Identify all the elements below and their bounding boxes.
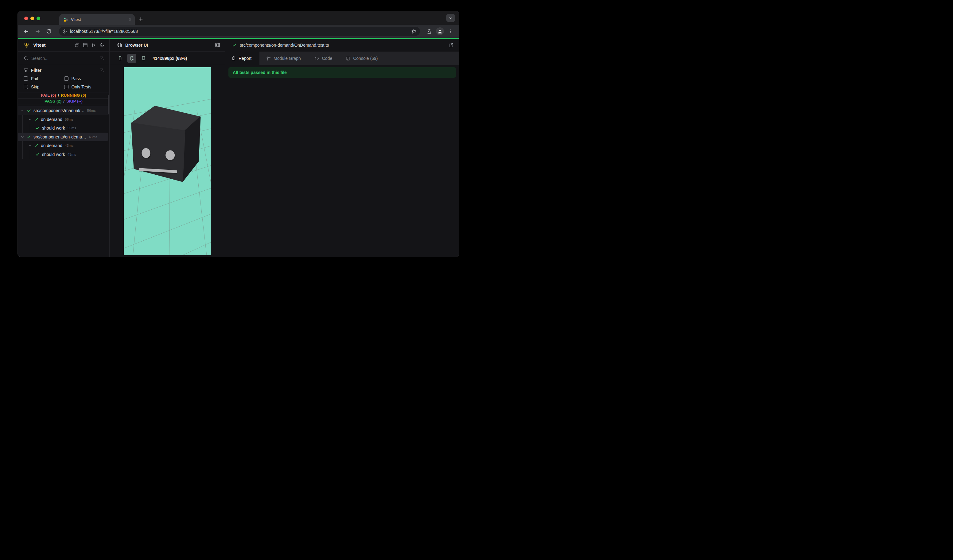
file-pass-check-icon xyxy=(232,43,237,48)
run-all-play-icon[interactable] xyxy=(91,43,96,48)
chevron-down-icon[interactable] xyxy=(28,144,32,147)
pass-check-icon xyxy=(27,109,31,113)
tab-strip: Vitest xyxy=(18,11,459,25)
pass-check-icon xyxy=(35,152,40,157)
filter-checkbox-fail[interactable]: Fail xyxy=(24,76,64,81)
zoom-window-button[interactable] xyxy=(37,17,40,20)
vitest-logo-icon xyxy=(24,42,29,48)
skip-count: SKIP (--) xyxy=(66,99,82,104)
filter-checkbox-skip[interactable]: Skip xyxy=(24,84,64,89)
code-brackets-icon xyxy=(314,56,319,61)
forward-button[interactable] xyxy=(33,27,42,36)
browser-tab[interactable]: Vitest xyxy=(59,14,135,25)
tree-row-test[interactable]: should work 43ms xyxy=(18,150,109,159)
dashboard-icon[interactable] xyxy=(83,43,88,48)
browser-toolbar: localhost:5173/#/?file=1828625563 xyxy=(18,25,459,38)
tab-console[interactable]: Console (69) xyxy=(339,51,384,65)
search-icon xyxy=(24,56,28,60)
checkbox[interactable] xyxy=(24,76,28,81)
open-panel-right-icon[interactable] xyxy=(215,42,220,48)
tab-search-button[interactable] xyxy=(446,14,455,22)
pass-check-icon xyxy=(35,126,40,130)
search-row xyxy=(18,51,109,65)
tab-module-graph[interactable]: Module Graph xyxy=(259,51,307,65)
clear-filter-icon[interactable] xyxy=(100,68,104,73)
sidebar-header: Vitest xyxy=(18,39,109,51)
preview-area xyxy=(110,65,225,257)
bookmark-star-icon[interactable] xyxy=(411,29,417,34)
filter-checkbox-pass[interactable]: Pass xyxy=(64,76,105,81)
site-info-icon[interactable] xyxy=(62,29,67,34)
tree-row-suite[interactable]: on demand 56ms xyxy=(18,115,109,124)
tree-row-test[interactable]: should work 55ms xyxy=(18,124,109,133)
test-stats: FAIL (0) / RUNNING (0) PASS (2) / SKIP (… xyxy=(18,92,109,104)
test-tree: src/components/manual/… 56ms on demand 5… xyxy=(18,104,109,257)
chevron-down-icon[interactable] xyxy=(20,109,24,112)
device-tablet-button[interactable] xyxy=(139,54,148,63)
filter-funnel-icon xyxy=(24,68,28,73)
sidebar: Vitest xyxy=(18,39,110,257)
checkbox[interactable] xyxy=(64,76,68,81)
checkbox[interactable] xyxy=(24,85,28,89)
panel-title: Browser UI xyxy=(125,43,148,48)
tree-row-file[interactable]: src/components/manual/… 56ms xyxy=(18,106,109,115)
report-tabbar: Report Module Graph Code xyxy=(225,51,459,65)
browser-menu-kebab-icon[interactable] xyxy=(447,27,455,35)
browser-viewport[interactable] xyxy=(124,67,211,255)
module-graph-icon xyxy=(266,56,271,61)
new-tab-button[interactable] xyxy=(138,16,144,22)
pass-count: PASS (2) xyxy=(45,99,62,104)
report-content: All tests passed in this file xyxy=(225,65,459,257)
window-controls xyxy=(24,17,40,20)
tab-code[interactable]: Code xyxy=(307,51,339,65)
address-bar[interactable]: localhost:5173/#/?file=1828625563 xyxy=(59,27,420,36)
filter-title: Filter xyxy=(31,68,97,73)
report-clipboard-icon xyxy=(231,56,236,60)
test-file-path: src/components/on-demand/OnDemand.test.t… xyxy=(240,43,445,48)
dark-theme-moon-icon[interactable] xyxy=(99,43,104,48)
checkbox[interactable] xyxy=(64,85,68,89)
file-header: src/components/on-demand/OnDemand.test.t… xyxy=(225,39,459,51)
minimize-window-button[interactable] xyxy=(30,17,34,20)
pass-check-icon xyxy=(34,117,38,122)
chevron-down-icon[interactable] xyxy=(28,118,32,121)
device-phone-button[interactable] xyxy=(115,54,125,63)
globe-icon xyxy=(117,42,122,48)
robot-head-3d-scene xyxy=(124,67,211,255)
profile-avatar[interactable] xyxy=(436,27,444,35)
device-toolbar: 414x896px (68%) xyxy=(110,51,225,65)
clear-search-filter-icon[interactable] xyxy=(100,56,104,60)
tab-close-icon[interactable] xyxy=(128,18,132,21)
vitest-favicon-icon xyxy=(63,17,68,22)
chevron-down-icon[interactable] xyxy=(20,135,24,139)
browser-ui-header: Browser UI xyxy=(110,39,225,51)
external-link-icon[interactable] xyxy=(449,43,453,48)
back-button[interactable] xyxy=(22,27,30,36)
vitest-ui: Vitest xyxy=(18,39,459,257)
tree-row-file-selected[interactable]: src/components/on-dema… 43ms xyxy=(18,133,109,141)
running-count: RUNNING (0) xyxy=(61,93,86,98)
viewport-size-label: 414x896px (68%) xyxy=(152,56,187,61)
search-input[interactable] xyxy=(31,56,97,61)
console-window-icon xyxy=(346,56,350,61)
report-panel: src/components/on-demand/OnDemand.test.t… xyxy=(225,39,459,257)
browser-ui-panel: Browser UI 414x896px (68%) xyxy=(110,39,225,257)
fail-count: FAIL (0) xyxy=(41,93,56,98)
collapse-panels-icon[interactable] xyxy=(75,43,79,48)
reload-button[interactable] xyxy=(45,27,53,36)
experiments-flask-icon[interactable] xyxy=(425,27,433,35)
device-phone-plus-button-active[interactable] xyxy=(127,54,136,63)
pass-check-icon xyxy=(27,135,31,139)
filter-checkbox-only-tests[interactable]: Only Tests xyxy=(64,84,105,89)
pass-check-icon xyxy=(34,143,38,148)
tree-row-suite[interactable]: on demand 43ms xyxy=(18,141,109,150)
close-window-button[interactable] xyxy=(24,17,28,20)
url-text[interactable]: localhost:5173/#/?file=1828625563 xyxy=(70,29,138,34)
browser-window: Vitest localhost:5173/#/?file=1828625563 xyxy=(17,11,459,257)
app-title: Vitest xyxy=(33,42,71,48)
all-tests-passed-banner: All tests passed in this file xyxy=(228,67,456,78)
sidebar-scrollbar[interactable] xyxy=(108,95,109,114)
tab-report[interactable]: Report xyxy=(225,51,259,65)
tab-title: Vitest xyxy=(71,17,126,22)
filter-panel: Filter Fail Pass xyxy=(18,65,109,92)
